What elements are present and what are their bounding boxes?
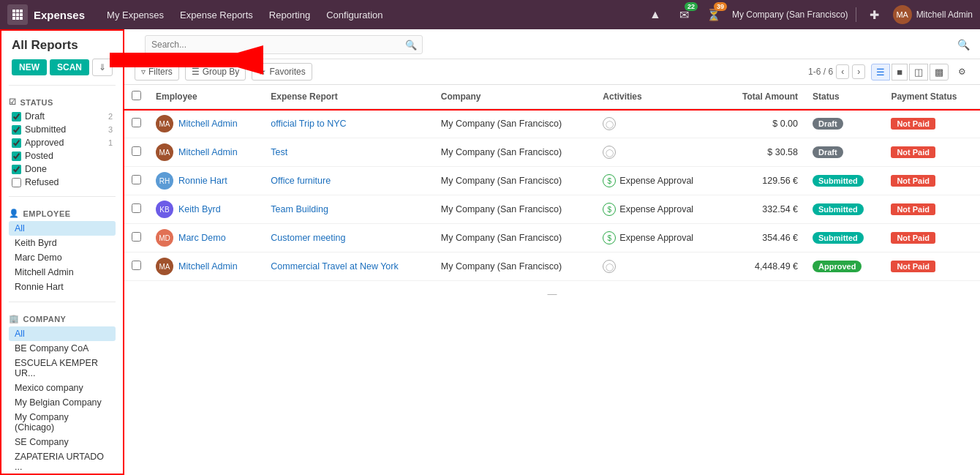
list-view-button[interactable]: ☰ xyxy=(871,64,890,81)
kanban-view-button[interactable]: ■ xyxy=(892,64,908,81)
company-col-header: Company xyxy=(434,85,596,109)
company-mexico[interactable]: Mexico company xyxy=(9,381,116,395)
favorites-button[interactable]: ★ Favorites xyxy=(252,63,312,81)
chat-icon[interactable]: ✉ 22 xyxy=(674,4,696,26)
activity-clock-icon[interactable]: ◯ xyxy=(603,146,616,159)
status-approved[interactable]: Approved 1 xyxy=(9,136,116,149)
payment-badge: Not Paid xyxy=(891,175,935,187)
app-menu-icon[interactable] xyxy=(7,4,28,25)
amount-cell: $ 0.00 xyxy=(721,109,805,138)
company-escuela[interactable]: ESCUELA KEMPER UR... xyxy=(9,356,116,381)
company-zapateria[interactable]: ZAPATERIA URTADO ... xyxy=(9,449,116,474)
employee-ronnie-hart[interactable]: Ronnie Hart xyxy=(9,280,116,294)
nav-divider xyxy=(856,7,856,22)
row-checkbox-3[interactable] xyxy=(132,203,141,213)
company-all[interactable]: All xyxy=(9,326,116,341)
filter-icon: ▿ xyxy=(141,67,146,77)
table-wrap: Employee Expense Report Company Activiti… xyxy=(124,85,980,475)
row-checkbox-2[interactable] xyxy=(132,175,141,184)
company-se[interactable]: SE Company xyxy=(9,435,116,449)
employee-avatar: KB xyxy=(156,201,173,218)
employee-name[interactable]: Mitchell Admin xyxy=(178,119,238,129)
upload-icon[interactable]: ▲ xyxy=(644,4,666,26)
status-refused-checkbox[interactable] xyxy=(12,178,21,187)
employee-all[interactable]: All xyxy=(9,221,116,236)
prev-page-button[interactable]: ‹ xyxy=(836,64,849,79)
activity-icon[interactable]: ⏳ 39 xyxy=(703,4,725,26)
company-selector[interactable]: My Company (San Francisco) xyxy=(732,10,848,20)
group-by-button[interactable]: ☰ Group By xyxy=(185,63,246,81)
status-approved-checkbox[interactable] xyxy=(12,138,21,148)
table-row: MA Mitchell Admin Commercial Travel at N… xyxy=(124,253,980,281)
row-checkbox-4[interactable] xyxy=(132,232,141,242)
company-be[interactable]: BE Company CoA xyxy=(9,341,116,356)
employee-marc-demo[interactable]: Marc Demo xyxy=(9,250,116,265)
download-button[interactable]: ⇓ xyxy=(92,59,113,76)
employee-name[interactable]: Keith Byrd xyxy=(178,204,221,214)
status-submitted-checkbox[interactable] xyxy=(12,125,21,135)
filters-button[interactable]: ▿ Filters xyxy=(135,63,179,81)
report-link[interactable]: official Trip to NYC xyxy=(271,119,346,129)
search-icon: 🔍 xyxy=(405,40,417,51)
row-checkbox-0[interactable] xyxy=(132,118,141,127)
employee-name[interactable]: Mitchell Admin xyxy=(178,261,238,272)
table-row: KB Keith Byrd Team BuildingMy Company (S… xyxy=(124,195,980,224)
activity-cell: $ Expense Approval xyxy=(603,174,714,187)
employee-section-title: 👤 EMPLOYEE xyxy=(9,209,116,218)
row-checkbox-1[interactable] xyxy=(132,146,141,156)
nav-reporting[interactable]: Reporting xyxy=(262,5,317,25)
employee-mitchell-admin[interactable]: Mitchell Admin xyxy=(9,265,116,280)
employee-section: 👤 EMPLOYEE All Keith Byrd Marc Demo Mitc… xyxy=(1,201,123,297)
activity-clock-icon[interactable]: ◯ xyxy=(603,117,616,130)
search-container: 🔍 xyxy=(145,35,423,54)
select-all-checkbox[interactable] xyxy=(132,91,141,100)
search-expand-icon[interactable]: 🔍 xyxy=(957,39,970,51)
chart-view-button[interactable]: ▩ xyxy=(930,64,949,81)
employee-name[interactable]: Marc Demo xyxy=(178,233,226,243)
user-menu[interactable]: MA Mitchell Admin xyxy=(893,5,973,24)
status-draft[interactable]: Draft 2 xyxy=(9,110,116,123)
employee-name[interactable]: Mitchell Admin xyxy=(178,147,238,157)
report-link[interactable]: Office furniture xyxy=(271,176,331,186)
user-avatar: MA xyxy=(893,5,912,24)
status-posted[interactable]: Posted xyxy=(9,149,116,162)
star-icon: ★ xyxy=(258,67,266,77)
tools-icon[interactable]: ✚ xyxy=(864,4,886,26)
status-badge: Approved xyxy=(813,261,862,272)
status-submitted[interactable]: Submitted 3 xyxy=(9,123,116,136)
svg-rect-7 xyxy=(16,17,19,20)
app-name: Expenses xyxy=(34,9,85,21)
employee-keith-byrd[interactable]: Keith Byrd xyxy=(9,236,116,250)
nav-expense-reports[interactable]: Expense Reports xyxy=(173,5,260,25)
status-draft-checkbox[interactable] xyxy=(12,112,21,121)
settings-icon[interactable]: ⚙ xyxy=(954,64,970,79)
scan-button[interactable]: SCAN xyxy=(50,59,89,75)
nav-configuration[interactable]: Configuration xyxy=(319,5,390,25)
new-button[interactable]: NEW xyxy=(12,59,47,75)
company-chicago[interactable]: My Company (Chicago) xyxy=(9,410,116,435)
report-link[interactable]: Customer meeting xyxy=(271,233,345,243)
report-link[interactable]: Test xyxy=(271,147,287,157)
status-posted-checkbox[interactable] xyxy=(12,152,21,161)
employee-name[interactable]: Ronnie Hart xyxy=(178,176,227,186)
status-done-checkbox[interactable] xyxy=(12,165,21,174)
page-title: All Reports xyxy=(12,38,113,53)
status-refused[interactable]: Refused xyxy=(9,176,116,189)
search-input[interactable] xyxy=(145,35,423,54)
activity-cell: ◯ xyxy=(603,117,714,130)
activity-clock-icon[interactable]: ◯ xyxy=(603,260,616,273)
activity-dollar-icon[interactable]: $ xyxy=(603,174,616,187)
status-done[interactable]: Done xyxy=(9,162,116,176)
report-link[interactable]: Team Building xyxy=(271,204,328,214)
table-header-row: Employee Expense Report Company Activiti… xyxy=(124,85,980,109)
company-belgian[interactable]: My Belgian Company xyxy=(9,395,116,410)
user-name: Mitchell Admin xyxy=(916,10,973,20)
activity-dollar-icon[interactable]: $ xyxy=(603,231,616,244)
next-page-button[interactable]: › xyxy=(852,64,865,79)
grid-view-button[interactable]: ◫ xyxy=(909,64,928,81)
row-checkbox-5[interactable] xyxy=(132,261,141,270)
report-link[interactable]: Commercial Travel at New York xyxy=(271,261,398,272)
nav-my-expenses[interactable]: My Expenses xyxy=(99,5,171,25)
employee-avatar: MA xyxy=(156,258,173,275)
activity-dollar-icon[interactable]: $ xyxy=(603,203,616,216)
